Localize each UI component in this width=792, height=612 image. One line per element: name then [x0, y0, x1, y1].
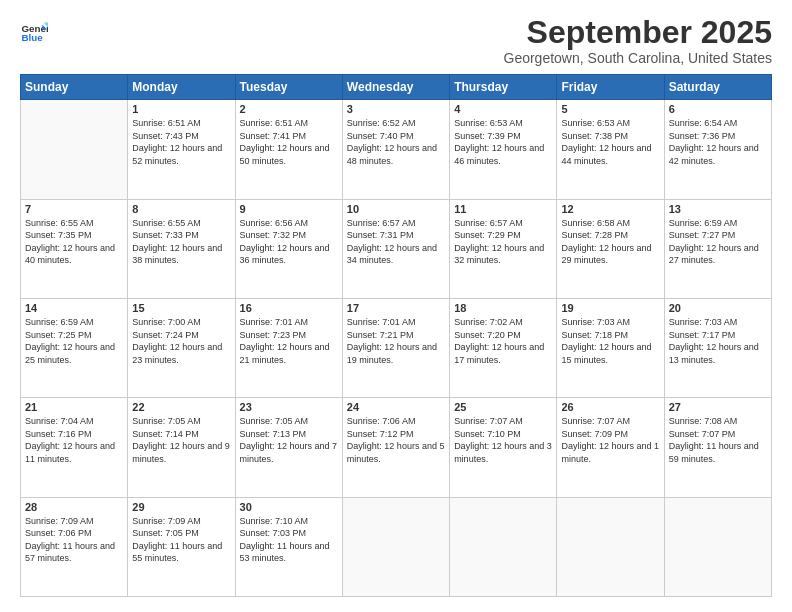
cell-sun-info: Sunrise: 7:07 AMSunset: 7:09 PMDaylight:… — [561, 415, 659, 465]
cell-day-number: 2 — [240, 103, 338, 115]
week-row-2: 7Sunrise: 6:55 AMSunset: 7:35 PMDaylight… — [21, 199, 772, 298]
cell-sun-info: Sunrise: 7:03 AMSunset: 7:18 PMDaylight:… — [561, 316, 659, 366]
cell-sun-info: Sunrise: 6:59 AMSunset: 7:25 PMDaylight:… — [25, 316, 123, 366]
table-cell: 21Sunrise: 7:04 AMSunset: 7:16 PMDayligh… — [21, 398, 128, 497]
cell-sun-info: Sunrise: 7:03 AMSunset: 7:17 PMDaylight:… — [669, 316, 767, 366]
table-cell: 7Sunrise: 6:55 AMSunset: 7:35 PMDaylight… — [21, 199, 128, 298]
cell-sun-info: Sunrise: 6:55 AMSunset: 7:35 PMDaylight:… — [25, 217, 123, 267]
cell-day-number: 12 — [561, 203, 659, 215]
cell-sun-info: Sunrise: 7:06 AMSunset: 7:12 PMDaylight:… — [347, 415, 445, 465]
cell-day-number: 17 — [347, 302, 445, 314]
table-cell: 3Sunrise: 6:52 AMSunset: 7:40 PMDaylight… — [342, 100, 449, 199]
cell-day-number: 13 — [669, 203, 767, 215]
table-cell: 27Sunrise: 7:08 AMSunset: 7:07 PMDayligh… — [664, 398, 771, 497]
cell-day-number: 27 — [669, 401, 767, 413]
cell-day-number: 24 — [347, 401, 445, 413]
table-cell: 8Sunrise: 6:55 AMSunset: 7:33 PMDaylight… — [128, 199, 235, 298]
cell-day-number: 6 — [669, 103, 767, 115]
week-row-5: 28Sunrise: 7:09 AMSunset: 7:06 PMDayligh… — [21, 497, 772, 596]
cell-sun-info: Sunrise: 7:00 AMSunset: 7:24 PMDaylight:… — [132, 316, 230, 366]
table-cell: 2Sunrise: 6:51 AMSunset: 7:41 PMDaylight… — [235, 100, 342, 199]
cell-sun-info: Sunrise: 7:05 AMSunset: 7:14 PMDaylight:… — [132, 415, 230, 465]
cell-sun-info: Sunrise: 7:01 AMSunset: 7:21 PMDaylight:… — [347, 316, 445, 366]
cell-day-number: 3 — [347, 103, 445, 115]
cell-sun-info: Sunrise: 6:59 AMSunset: 7:27 PMDaylight:… — [669, 217, 767, 267]
cell-sun-info: Sunrise: 6:53 AMSunset: 7:39 PMDaylight:… — [454, 117, 552, 167]
svg-text:Blue: Blue — [21, 32, 43, 43]
cell-sun-info: Sunrise: 7:04 AMSunset: 7:16 PMDaylight:… — [25, 415, 123, 465]
calendar-header-row: Sunday Monday Tuesday Wednesday Thursday… — [21, 75, 772, 100]
table-cell: 19Sunrise: 7:03 AMSunset: 7:18 PMDayligh… — [557, 298, 664, 397]
week-row-4: 21Sunrise: 7:04 AMSunset: 7:16 PMDayligh… — [21, 398, 772, 497]
cell-sun-info: Sunrise: 6:58 AMSunset: 7:28 PMDaylight:… — [561, 217, 659, 267]
cell-day-number: 18 — [454, 302, 552, 314]
cell-day-number: 1 — [132, 103, 230, 115]
table-cell: 14Sunrise: 6:59 AMSunset: 7:25 PMDayligh… — [21, 298, 128, 397]
table-cell: 16Sunrise: 7:01 AMSunset: 7:23 PMDayligh… — [235, 298, 342, 397]
cell-sun-info: Sunrise: 6:56 AMSunset: 7:32 PMDaylight:… — [240, 217, 338, 267]
cell-sun-info: Sunrise: 6:55 AMSunset: 7:33 PMDaylight:… — [132, 217, 230, 267]
table-cell: 6Sunrise: 6:54 AMSunset: 7:36 PMDaylight… — [664, 100, 771, 199]
header: General Blue September 2025 Georgetown, … — [20, 15, 772, 66]
table-cell: 9Sunrise: 6:56 AMSunset: 7:32 PMDaylight… — [235, 199, 342, 298]
logo-icon: General Blue — [20, 19, 48, 47]
table-cell: 10Sunrise: 6:57 AMSunset: 7:31 PMDayligh… — [342, 199, 449, 298]
table-cell: 4Sunrise: 6:53 AMSunset: 7:39 PMDaylight… — [450, 100, 557, 199]
cell-day-number: 10 — [347, 203, 445, 215]
cell-sun-info: Sunrise: 7:02 AMSunset: 7:20 PMDaylight:… — [454, 316, 552, 366]
cell-day-number: 29 — [132, 501, 230, 513]
cell-day-number: 23 — [240, 401, 338, 413]
cell-day-number: 26 — [561, 401, 659, 413]
table-cell: 20Sunrise: 7:03 AMSunset: 7:17 PMDayligh… — [664, 298, 771, 397]
cell-day-number: 25 — [454, 401, 552, 413]
table-cell: 23Sunrise: 7:05 AMSunset: 7:13 PMDayligh… — [235, 398, 342, 497]
table-cell: 22Sunrise: 7:05 AMSunset: 7:14 PMDayligh… — [128, 398, 235, 497]
table-cell: 25Sunrise: 7:07 AMSunset: 7:10 PMDayligh… — [450, 398, 557, 497]
col-saturday: Saturday — [664, 75, 771, 100]
calendar: Sunday Monday Tuesday Wednesday Thursday… — [20, 74, 772, 597]
cell-day-number: 16 — [240, 302, 338, 314]
cell-sun-info: Sunrise: 6:51 AMSunset: 7:41 PMDaylight:… — [240, 117, 338, 167]
cell-sun-info: Sunrise: 7:09 AMSunset: 7:05 PMDaylight:… — [132, 515, 230, 565]
table-cell: 30Sunrise: 7:10 AMSunset: 7:03 PMDayligh… — [235, 497, 342, 596]
cell-sun-info: Sunrise: 6:57 AMSunset: 7:29 PMDaylight:… — [454, 217, 552, 267]
cell-sun-info: Sunrise: 6:53 AMSunset: 7:38 PMDaylight:… — [561, 117, 659, 167]
cell-day-number: 21 — [25, 401, 123, 413]
table-cell: 17Sunrise: 7:01 AMSunset: 7:21 PMDayligh… — [342, 298, 449, 397]
table-cell — [21, 100, 128, 199]
cell-sun-info: Sunrise: 7:08 AMSunset: 7:07 PMDaylight:… — [669, 415, 767, 465]
cell-day-number: 8 — [132, 203, 230, 215]
cell-day-number: 20 — [669, 302, 767, 314]
cell-day-number: 30 — [240, 501, 338, 513]
cell-sun-info: Sunrise: 7:07 AMSunset: 7:10 PMDaylight:… — [454, 415, 552, 465]
table-cell: 13Sunrise: 6:59 AMSunset: 7:27 PMDayligh… — [664, 199, 771, 298]
table-cell: 29Sunrise: 7:09 AMSunset: 7:05 PMDayligh… — [128, 497, 235, 596]
cell-sun-info: Sunrise: 7:01 AMSunset: 7:23 PMDaylight:… — [240, 316, 338, 366]
title-block: September 2025 Georgetown, South Carolin… — [504, 15, 773, 66]
cell-sun-info: Sunrise: 6:52 AMSunset: 7:40 PMDaylight:… — [347, 117, 445, 167]
cell-day-number: 22 — [132, 401, 230, 413]
col-tuesday: Tuesday — [235, 75, 342, 100]
cell-day-number: 14 — [25, 302, 123, 314]
table-cell — [342, 497, 449, 596]
week-row-3: 14Sunrise: 6:59 AMSunset: 7:25 PMDayligh… — [21, 298, 772, 397]
cell-day-number: 4 — [454, 103, 552, 115]
col-sunday: Sunday — [21, 75, 128, 100]
cell-sun-info: Sunrise: 6:51 AMSunset: 7:43 PMDaylight:… — [132, 117, 230, 167]
cell-sun-info: Sunrise: 7:09 AMSunset: 7:06 PMDaylight:… — [25, 515, 123, 565]
cell-sun-info: Sunrise: 7:05 AMSunset: 7:13 PMDaylight:… — [240, 415, 338, 465]
table-cell — [557, 497, 664, 596]
table-cell: 24Sunrise: 7:06 AMSunset: 7:12 PMDayligh… — [342, 398, 449, 497]
table-cell: 12Sunrise: 6:58 AMSunset: 7:28 PMDayligh… — [557, 199, 664, 298]
location: Georgetown, South Carolina, United State… — [504, 50, 773, 66]
table-cell — [664, 497, 771, 596]
cell-sun-info: Sunrise: 6:54 AMSunset: 7:36 PMDaylight:… — [669, 117, 767, 167]
table-cell: 15Sunrise: 7:00 AMSunset: 7:24 PMDayligh… — [128, 298, 235, 397]
table-cell: 28Sunrise: 7:09 AMSunset: 7:06 PMDayligh… — [21, 497, 128, 596]
page: General Blue September 2025 Georgetown, … — [0, 0, 792, 612]
col-monday: Monday — [128, 75, 235, 100]
col-friday: Friday — [557, 75, 664, 100]
cell-day-number: 7 — [25, 203, 123, 215]
table-cell: 18Sunrise: 7:02 AMSunset: 7:20 PMDayligh… — [450, 298, 557, 397]
table-cell: 5Sunrise: 6:53 AMSunset: 7:38 PMDaylight… — [557, 100, 664, 199]
